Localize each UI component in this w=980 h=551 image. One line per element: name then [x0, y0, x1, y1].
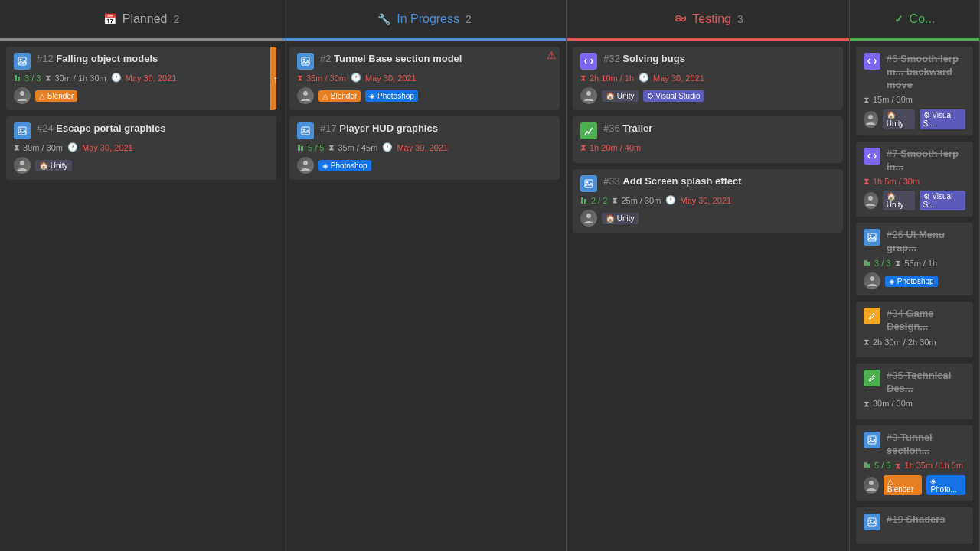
svg-point-22 [868, 115, 873, 119]
tag-visual-studio[interactable]: ⚙ Visual Studio [643, 90, 704, 102]
svg-rect-20 [584, 199, 586, 204]
card-meta-row: ⧗2h 30m / 2h 30m [864, 337, 965, 347]
card-title: #33 Add Screen splash effect [603, 175, 742, 188]
col-header-inprogress: 🔧In Progress 2 [283, 0, 566, 38]
tag-photo...[interactable]: ◈ Photo... [926, 475, 965, 495]
column-testing: Testing 3#32 Solving bugs⧗2h 10m / 1h🕐Ma… [567, 0, 850, 551]
due-date: 🕐May 30, 2021 [639, 73, 704, 83]
card-footer: 🏠 Unity⚙ Visual St... [864, 191, 965, 210]
clock-icon: 🕐 [382, 142, 393, 152]
tag-photoshop[interactable]: ◈ Photoshop [318, 160, 371, 171]
avatar [864, 272, 880, 289]
tag-photoshop[interactable]: ◈ Photoshop [365, 90, 418, 102]
svg-rect-26 [864, 260, 867, 266]
time-estimate: ⧗1h 5m / 30m [864, 176, 920, 186]
card-type-icon [297, 53, 314, 70]
col-cards-complete: #6 Smooth lerp m... backward move⧗15m / … [850, 41, 979, 551]
issue-number: #2 [320, 53, 334, 64]
svg-point-15 [303, 161, 308, 165]
card-type-icon [864, 308, 880, 324]
time-estimate: ⧗35m / 45m [328, 142, 377, 152]
col-header-complete: ✓Co... [850, 0, 979, 38]
clock-icon: 🕐 [351, 73, 361, 83]
due-date: 🕐May 30, 2021 [67, 142, 133, 152]
card-type-icon [864, 229, 880, 246]
card-title: #32 Solving bugs [603, 53, 685, 66]
card-type-icon [864, 514, 880, 530]
card-title: #6 Smooth lerp m... backward move [887, 53, 965, 92]
avatar [580, 210, 597, 227]
svg-point-16 [586, 91, 591, 96]
tag-unity[interactable]: 🏠 Unity [602, 213, 639, 224]
task-card[interactable]: #33 Add Screen splash effect2 / 2⧗25m / … [573, 169, 843, 233]
issue-number: #35 [887, 370, 906, 381]
card-header-row: #2 Tunnel Base section model [297, 53, 552, 70]
tag-blender[interactable]: △ Blender [884, 475, 923, 495]
tag-photoshop[interactable]: ◈ Photoshop [885, 276, 938, 287]
due-date: 🕐May 30, 2021 [351, 73, 416, 83]
task-card[interactable]: #32 Solving bugs⧗2h 10m / 1h🕐May 30, 202… [573, 47, 843, 110]
clock-icon: 🕐 [665, 195, 676, 205]
task-card[interactable]: ⚠#2 Tunnel Base section model⧗35m / 30m🕐… [289, 47, 560, 110]
col-cards-testing: #32 Solving bugs⧗2h 10m / 1h🕐May 30, 202… [567, 41, 849, 551]
time-estimate: ⧗1h 20m / 40m [580, 142, 641, 152]
card-meta-row: 2 / 2⧗25m / 30m🕐May 30, 2021 [580, 195, 835, 205]
tag-blender[interactable]: △ Blender [35, 90, 77, 102]
tag-unity[interactable]: 🏠 Unity [883, 109, 915, 129]
card-header-row: #24 Escape portal graphics [14, 122, 269, 139]
tag-blender[interactable]: △ Blender [318, 90, 361, 102]
priority-flag: ↑ [270, 47, 276, 110]
card-footer: △ Blender [14, 87, 261, 104]
tag-unity[interactable]: 🏠 Unity [35, 160, 72, 171]
issue-number: #17 [320, 122, 339, 134]
svg-point-23 [868, 196, 873, 201]
task-card[interactable]: #26 UI Menu grap...3 / 3⧗55m / 1h◈ Photo… [856, 223, 973, 295]
task-card[interactable]: ↑#12 Falling object models3 / 3⧗30m / 1h… [6, 47, 276, 110]
due-date: 🕐May 30, 2021 [665, 195, 731, 205]
due-date: 🕐May 30, 2021 [382, 142, 448, 152]
card-footer: △ Blender◈ Photo... [864, 475, 965, 495]
col-cards-planned: ↑#12 Falling object models3 / 3⧗30m / 1h… [0, 41, 283, 551]
avatar [297, 87, 314, 104]
svg-point-35 [869, 481, 874, 485]
column-complete: ✓Co...#6 Smooth lerp m... backward move⧗… [850, 0, 980, 551]
time-estimate: ⧗2h 10m / 1h [580, 73, 634, 83]
card-title: #7 Smooth lerp in... [887, 148, 965, 174]
card-type-icon [580, 175, 597, 192]
card-header-row: #33 Add Screen splash effect [580, 175, 835, 192]
tag-visual-st...[interactable]: ⚙ Visual St... [920, 109, 965, 129]
issue-number: #26 [887, 229, 906, 240]
time-estimate: ⧗55m / 1h [895, 258, 937, 268]
hourglass-icon: ⧗ [864, 399, 870, 409]
task-card[interactable]: #19 Shaders [856, 507, 973, 544]
task-card[interactable]: #7 Smooth lerp in...⧗1h 5m / 30m🏠 Unity⚙… [856, 142, 973, 217]
card-title: #12 Falling object models [37, 53, 158, 66]
hourglass-icon: ⧗ [45, 73, 51, 83]
task-count: 2 / 2 [580, 196, 607, 205]
card-footer: 🏠 Unity⚙ Visual St... [864, 109, 965, 129]
task-count: 5 / 5 [864, 461, 890, 470]
card-header-row: #36 Trailer [580, 122, 835, 139]
task-card[interactable]: #3 Tunnel section...5 / 5⧗1h 35m / 1h 5m… [856, 425, 973, 501]
card-meta-row: 5 / 5⧗35m / 45m🕐May 30, 2021 [297, 142, 552, 152]
issue-number: #7 [887, 148, 900, 159]
time-estimate: ⧗30m / 1h 30m [45, 73, 106, 83]
card-type-icon [864, 148, 880, 165]
clock-icon: 🕐 [111, 73, 122, 83]
task-card[interactable]: #35 Technical Des...⧗30m / 30m [856, 364, 973, 419]
task-card[interactable]: #6 Smooth lerp m... backward move⧗15m / … [856, 47, 973, 135]
tag-visual-st...[interactable]: ⚙ Visual St... [920, 191, 965, 210]
col-header-icon-planned: 📅 [103, 13, 116, 25]
task-card[interactable]: #17 Player HUD graphics5 / 5⧗35m / 45m🕐M… [289, 116, 560, 180]
column-planned: 📅Planned 2↑#12 Falling object models3 / … [0, 0, 283, 551]
tag-unity[interactable]: 🏠 Unity [883, 191, 915, 210]
task-count: 3 / 3 [14, 73, 41, 83]
task-card[interactable]: #36 Trailer⧗1h 20m / 40m [573, 116, 843, 163]
time-estimate: ⧗25m / 30m [612, 195, 661, 205]
tag-unity[interactable]: 🏠 Unity [602, 90, 639, 102]
task-card[interactable]: #24 Escape portal graphics⧗30m / 30m🕐May… [6, 116, 276, 180]
col-header-icon-complete: ✓ [894, 13, 903, 25]
task-card[interactable]: #34 Game Design...⧗2h 30m / 2h 30m [856, 302, 973, 357]
warning-icon: ⚠ [547, 49, 557, 61]
card-header-row: #7 Smooth lerp in... [864, 148, 965, 174]
